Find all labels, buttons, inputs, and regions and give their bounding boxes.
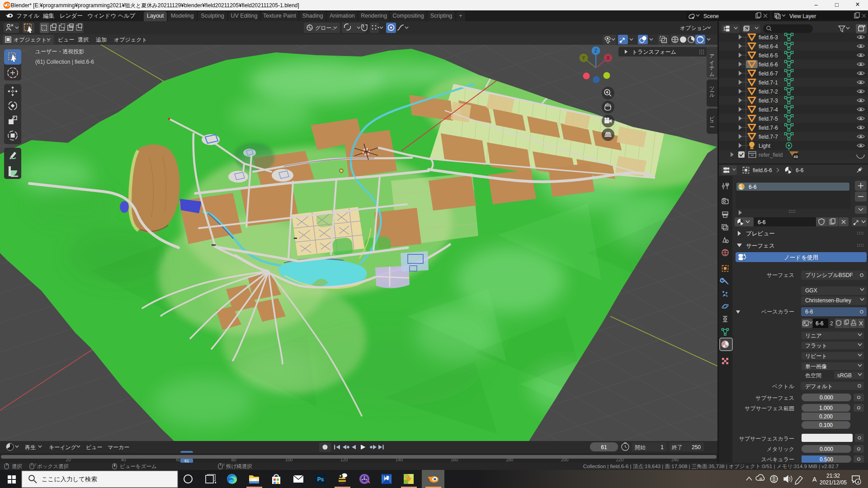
svg-text:再生: 再生: [25, 444, 36, 450]
svg-text:sRGB: sRGB: [837, 372, 852, 379]
svg-text:0.200: 0.200: [819, 413, 833, 420]
svg-text:field.6-3: field.6-3: [759, 34, 778, 41]
svg-text:Collection | field.6-6 | 頂点:19: Collection | field.6-6 | 頂点:19,643 | 面:1…: [583, 464, 839, 469]
svg-text:ノードを使用: ノードを使用: [784, 254, 818, 261]
svg-text:6-6: 6-6: [796, 167, 804, 174]
svg-text:ビューをズーム: ビューをズーム: [120, 464, 157, 469]
svg-text:1.000: 1.000: [819, 405, 833, 411]
svg-text:デフォルト: デフォルト: [805, 383, 833, 389]
svg-text:グロー..: グロー..: [315, 25, 335, 31]
svg-text:トランスフォーム: トランスフォーム: [632, 49, 676, 55]
svg-text:ボックス選択: ボックス選択: [37, 464, 69, 469]
svg-text:開始: 開始: [635, 444, 646, 450]
svg-text:0.500: 0.500: [820, 456, 833, 463]
svg-text:プリンシプルBSDF: プリンシプルBSDF: [805, 272, 853, 278]
svg-text:スペキュラー: スペキュラー: [761, 456, 794, 463]
svg-text:61: 61: [601, 444, 607, 450]
svg-text:6-6: 6-6: [758, 219, 766, 225]
svg-text:1: 1: [660, 444, 664, 450]
svg-text:6-6: 6-6: [805, 309, 813, 315]
svg-text:X: X: [607, 56, 610, 61]
svg-text:Z: Z: [594, 48, 597, 53]
svg-text:field.7-7: field.7-7: [759, 134, 778, 140]
svg-text:6-6: 6-6: [816, 320, 824, 327]
svg-text:フラット: フラット: [805, 343, 827, 349]
svg-text:メタリック: メタリック: [767, 446, 794, 452]
svg-text:リニア: リニア: [805, 333, 822, 339]
svg-text:サーフェス: サーフェス: [767, 272, 794, 278]
svg-text:単一画像: 単一画像: [805, 363, 827, 370]
svg-text:0.100: 0.100: [819, 422, 833, 428]
svg-text:View Layer: View Layer: [789, 13, 816, 19]
svg-text:(61) Collection | field.6-6: (61) Collection | field.6-6: [35, 59, 94, 65]
svg-text:Light: Light: [759, 143, 771, 149]
svg-text:選択: 選択: [78, 37, 89, 43]
svg-text:ビュー: ビュー: [86, 444, 103, 450]
svg-text:プレビュー: プレビュー: [746, 230, 775, 237]
svg-text:ベクトル: ベクトル: [772, 383, 795, 389]
svg-text:サーフェス: サーフェス: [746, 243, 775, 249]
svg-text:リピート: リピート: [805, 353, 827, 359]
svg-text:0.000: 0.000: [820, 446, 833, 452]
svg-text:Scene: Scene: [703, 13, 719, 19]
svg-text:21:32: 21:32: [826, 473, 840, 479]
svg-text:追加: 追加: [96, 37, 107, 43]
svg-text:選択: 選択: [12, 464, 22, 469]
svg-text:マーカー: マーカー: [108, 444, 130, 450]
svg-text:Ps: Ps: [317, 476, 324, 483]
svg-text:投げ縄選択: 投げ縄選択: [226, 464, 252, 469]
svg-text:field.6-6: field.6-6: [759, 61, 778, 68]
svg-text:4: 4: [857, 480, 859, 484]
svg-text:2: 2: [830, 320, 833, 327]
svg-text:GGX: GGX: [805, 287, 817, 294]
svg-text:ツール: ツール: [709, 83, 715, 97]
svg-text:オブジェクト: オブジェクト: [114, 37, 147, 43]
svg-text:field.7-6: field.7-6: [759, 125, 778, 131]
svg-text:refer_field: refer_field: [759, 152, 783, 158]
svg-text:field.6-5: field.6-5: [759, 52, 778, 59]
svg-text:ユーザー・透視投影: ユーザー・透視投影: [35, 48, 85, 55]
svg-text:キーイング: キーイング: [49, 444, 77, 450]
svg-text:ベースカラー: ベースカラー: [761, 309, 794, 315]
svg-text:Christensen-Burley: Christensen-Burley: [805, 297, 851, 304]
svg-text:サブサーフェス範囲: サブサーフェス範囲: [745, 405, 794, 412]
svg-text:field.7-2: field.7-2: [759, 89, 778, 95]
svg-text:field.6-4: field.6-4: [759, 43, 778, 50]
svg-text:終了: 終了: [671, 444, 683, 450]
svg-text:250: 250: [692, 444, 701, 450]
svg-text:サブサーフェス: サブサーフェス: [755, 395, 794, 401]
svg-text:6-6: 6-6: [749, 184, 757, 190]
svg-text:オブジェクト..: オブジェクト..: [14, 37, 50, 43]
svg-text:field.7-5: field.7-5: [759, 116, 778, 122]
svg-text:field.6-7: field.6-7: [759, 70, 778, 77]
svg-text:オプション: オプション: [680, 25, 708, 31]
svg-text:49: 49: [793, 155, 798, 159]
svg-text:0.000: 0.000: [820, 394, 833, 401]
svg-text:ビュー: ビュー: [58, 37, 75, 43]
svg-text:アイテム: アイテム: [709, 51, 715, 76]
svg-text:色空間: 色空間: [805, 372, 821, 379]
svg-text:サブサーフェスカラー: サブサーフェスカラー: [739, 436, 794, 442]
svg-text:field.7-3: field.7-3: [759, 98, 778, 104]
svg-text:Y: Y: [582, 56, 585, 61]
svg-text:2021/12/05: 2021/12/05: [820, 479, 847, 486]
svg-text:ここに入力して検索: ここに入力して検索: [42, 476, 97, 483]
svg-text:A: A: [812, 476, 817, 483]
svg-text:field.7-4: field.7-4: [759, 107, 778, 113]
svg-text:field.6-6: field.6-6: [753, 167, 772, 174]
svg-text:field.7-1: field.7-1: [759, 80, 778, 86]
